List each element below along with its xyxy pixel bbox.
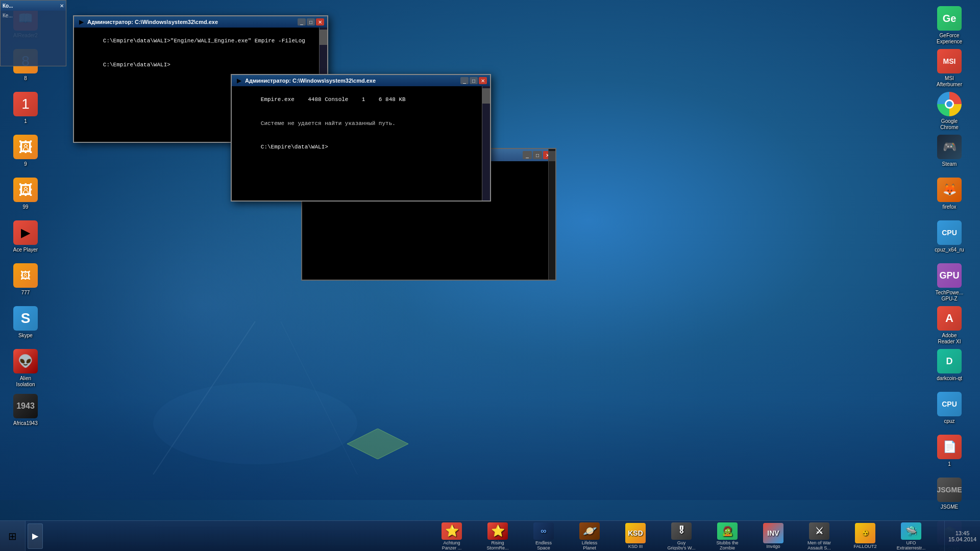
game-scrollbar[interactable] [548, 149, 555, 280]
cmd1-scrollbar-thumb [320, 30, 327, 45]
file1-label: 1 [948, 461, 951, 467]
right-icon-adobe[interactable]: A AdobeReader XI [926, 304, 972, 345]
cmd2-close[interactable]: ✕ [479, 77, 487, 84]
left-icon-skype[interactable]: S Skype [3, 304, 48, 345]
chrome-label: GoogleChrome [940, 118, 959, 131]
taskbar-achtung[interactable]: ⭐ AchtungPanzer ... [429, 521, 475, 551]
msi-label: MSIAfterburner [937, 76, 962, 88]
stubbs-label: Stubbs theZombie [716, 541, 738, 549]
msi-icon-img: MSI [937, 49, 962, 73]
right-icon-geforce[interactable]: Ge GeForceExperience [926, 4, 972, 45]
cmd1-line2: C:\Empire\data\WALI> [103, 62, 170, 68]
cpuz-icon-img: CPU [937, 220, 962, 245]
right-icon-chrome[interactable]: GoogleChrome [926, 90, 972, 131]
taskbar-rising[interactable]: ⭐ RisingStormRe... [475, 521, 521, 551]
techpowerup-icon-img: GPU [937, 263, 962, 288]
right-icon-darkcoin[interactable]: D darkcoin-qt [926, 347, 972, 388]
right-icon-cpuz2[interactable]: CPU cpuz [926, 390, 972, 431]
taskbar-fallout2[interactable]: ☢ FALLOUT2 [842, 521, 888, 551]
taskbar-ufo[interactable]: 🛸 UFOExtraterrestr... [888, 521, 934, 551]
taskbar-game-icons: ⭐ AchtungPanzer ... ⭐ RisingStormRe... ∞… [419, 521, 944, 551]
num9-label: 9 [24, 161, 27, 167]
left-icon-num9[interactable]: 🖼 9 [3, 133, 48, 173]
taskbar-clock[interactable]: 13:45 15.04.2014 [944, 521, 980, 551]
cmd1-close[interactable]: ✕ [316, 18, 324, 26]
cmd1-icon: ▶ [77, 18, 85, 26]
cmd2-line3: C:\Empire\data\WALI> [261, 144, 328, 150]
taskbar-endless[interactable]: ∞ EndlessSpace [521, 521, 567, 551]
right-icon-file1[interactable]: 📄 1 [926, 433, 972, 473]
cmd2-minimize[interactable]: _ [460, 77, 469, 84]
small-window-1[interactable]: Ко... ✕ Ке... [0, 0, 66, 66]
left-icons-panel: 📖 AIReader2 8 8 1 1 🖼 9 🖼 99 ▶ Ace Playe… [0, 0, 51, 520]
num9-icon-img: 🖼 [13, 135, 38, 159]
guy-label: GuyGrigsby's W... [667, 541, 695, 549]
left-icon-alien[interactable]: 👽 AlienIsolation [3, 347, 48, 390]
taskbar-ksd[interactable]: KSD KSD III [612, 521, 658, 551]
start-button[interactable]: ⊞ [0, 521, 26, 551]
small-window-titlebar[interactable]: Ко... ✕ [1, 1, 66, 11]
left-icon-africa1943[interactable]: 1943 Africa1943 [3, 392, 48, 433]
cmd1-minimize[interactable]: _ [298, 18, 306, 26]
cmd1-text: C:\Empire\data\WALI>"Engine/WALI_Engine.… [76, 30, 317, 77]
num1-label: 1 [24, 118, 27, 124]
cpuz2-label: cpuz [944, 418, 954, 424]
lifeless-label: LifelessPlanet [582, 541, 598, 549]
small-window-close[interactable]: ✕ [60, 3, 64, 9]
left-icon-num99[interactable]: 🖼 99 [3, 176, 48, 216]
cmd1-maximize[interactable]: □ [307, 18, 315, 26]
cmd2-maximize[interactable]: □ [470, 77, 478, 84]
darkcoin-icon-img: D [937, 349, 962, 373]
darkcoin-label: darkcoin-qt [937, 375, 962, 382]
right-icon-cpuz[interactable]: CPU cpuz_x64_ru [926, 218, 972, 259]
taskbar-stubbs[interactable]: 🧟 Stubbs theZombie [704, 521, 750, 551]
cmd2-title: Администратор: C:\Windows\system32\cmd.e… [245, 78, 460, 84]
right-icon-msi[interactable]: MSI MSIAfterburner [926, 47, 972, 88]
left-icon-num777[interactable]: 🖼 777 [3, 261, 48, 302]
cmd-window-2[interactable]: ▶ Администратор: C:\Windows\system32\cmd… [231, 74, 491, 202]
num1-icon-img: 1 [13, 92, 38, 116]
cmd2-scrollbar[interactable] [482, 86, 490, 201]
taskbar[interactable]: ⊞ ▶ ⭐ AchtungPanzer ... ⭐ RisingStormRe.… [0, 520, 980, 551]
game-scrollbar-thumb [549, 151, 555, 161]
guy-icon: 🎖 [671, 522, 692, 540]
cmd1-titlebar[interactable]: ▶ Администратор: C:\Windows\system32\cmd… [74, 16, 327, 28]
steam-icon-img: 🎮 [937, 135, 962, 159]
taskbar-guy[interactable]: 🎖 GuyGrigsby's W... [658, 521, 704, 551]
ufo-label: UFOExtraterrestr... [897, 541, 926, 549]
taskbar-lifeless[interactable]: 🪐 LifelessPlanet [567, 521, 612, 551]
lifeless-icon: 🪐 [579, 522, 600, 540]
firefox-icon-img: 🦊 [937, 178, 962, 202]
cmd2-scrollbar-thumb [482, 88, 490, 104]
menofwar-label: Men of WarAssault S... [807, 541, 831, 549]
left-icon-aceplayer[interactable]: ▶ Ace Player [3, 218, 48, 259]
geforce-icon-img: Ge [937, 6, 962, 31]
cmd2-titlebar[interactable]: ▶ Администратор: C:\Windows\system32\cmd… [232, 75, 490, 86]
steam-label: Steam [942, 161, 957, 167]
svg-point-0 [153, 383, 357, 464]
ufo-icon: 🛸 [901, 522, 921, 540]
cmd2-text: Empire.exe 4488 Console 1 6 848 KB Систе… [234, 88, 480, 159]
game-win-minimize[interactable]: _ [523, 151, 532, 159]
rising-label: RisingStormRe... [486, 541, 508, 549]
taskbar-menofwar[interactable]: ⚔ Men of WarAssault S... [796, 521, 842, 551]
cmd2-icon: ▶ [235, 77, 243, 85]
left-icon-num1[interactable]: 1 1 [3, 90, 48, 131]
num8-label: 8 [24, 76, 27, 82]
game-win-maximize[interactable]: □ [533, 151, 542, 159]
africa1943-icon-img: 1943 [13, 394, 38, 418]
endless-label: EndlessSpace [535, 541, 552, 549]
right-icon-firefox[interactable]: 🦊 firefox [926, 176, 972, 216]
achtung-label: AchtungPanzer ... [442, 541, 462, 549]
taskbar-cmd-item[interactable]: ▶ [28, 523, 43, 549]
taskbar-inv4go[interactable]: INV Inv4go [750, 521, 796, 551]
right-icons-panel: Ge GeForceExperience MSI MSIAfterburner … [919, 0, 980, 520]
ksd-label: KSD III [628, 544, 643, 549]
right-icon-steam[interactable]: 🎮 Steam [926, 133, 972, 173]
alien-label: AlienIsolation [16, 375, 35, 388]
right-icon-jsgme[interactable]: JSGME JSGME [926, 475, 972, 516]
right-icon-techpowerup[interactable]: GPU TechPowe...GPU-Z [926, 261, 972, 302]
endless-icon: ∞ [533, 522, 554, 540]
cmd2-line1: Empire.exe 4488 Console 1 6 848 KB [261, 96, 406, 103]
small-win-item: Ке... [3, 13, 64, 18]
